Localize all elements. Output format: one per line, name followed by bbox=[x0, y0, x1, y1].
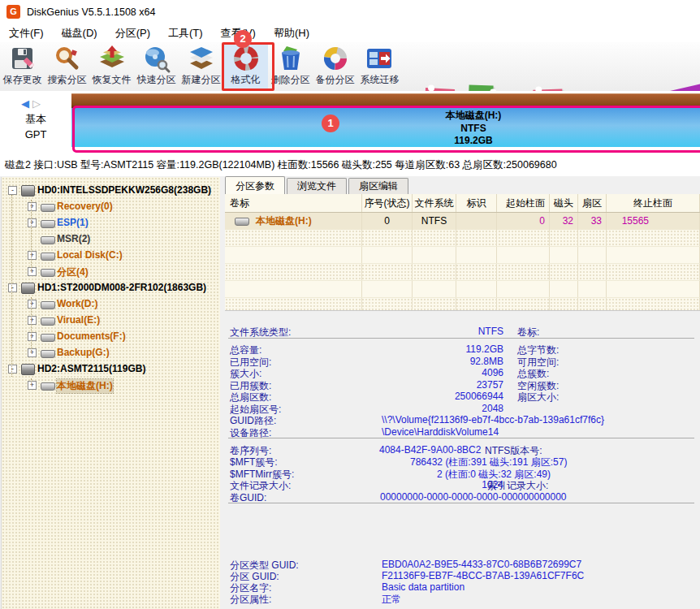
tree-item[interactable]: +ESP(1) bbox=[2, 214, 220, 231]
tree-item[interactable]: -HD0:INTELSSDPEKKW256G8(238GB) bbox=[2, 182, 220, 198]
table-empty-cell bbox=[456, 281, 497, 297]
table-empty-cell bbox=[413, 247, 456, 263]
tab-partition-params[interactable]: 分区参数 bbox=[225, 176, 285, 194]
table-empty-cell bbox=[578, 230, 607, 246]
tree-item[interactable]: +Recovery(0) bbox=[2, 198, 220, 214]
search-partition-button[interactable]: 搜索分区 bbox=[45, 43, 89, 90]
quick-partition-icon bbox=[142, 45, 171, 74]
disk-info-bar: 磁盘2 接口:USB 型号:ASMT2115 容量:119.2GB(122104… bbox=[0, 154, 700, 177]
menu-item[interactable]: 磁盘(D) bbox=[53, 26, 106, 41]
partition-icon bbox=[41, 253, 55, 261]
menu-item[interactable]: 查看(V) bbox=[212, 26, 265, 41]
collapse-toggle-icon[interactable]: - bbox=[8, 365, 17, 374]
partition-block-text: 本地磁盘(H:) NTFS 119.2GB bbox=[247, 110, 700, 148]
table-empty-row bbox=[225, 264, 700, 281]
table-empty-cell bbox=[578, 281, 607, 297]
expand-toggle-icon[interactable]: + bbox=[28, 267, 37, 276]
table-empty-cell bbox=[413, 298, 456, 310]
table-empty-cell bbox=[456, 298, 497, 310]
menu-item[interactable]: 分区(P) bbox=[106, 26, 159, 41]
new-partition-button[interactable]: 新建分区 bbox=[179, 43, 223, 90]
column-header: 扇区 bbox=[578, 194, 607, 212]
format-button[interactable]: 格式化 bbox=[223, 43, 268, 90]
partition-icon bbox=[41, 269, 55, 277]
menu-item[interactable]: 文件(F) bbox=[0, 26, 53, 41]
detail-value: \\?\Volume{f21136f9-eb7f-4bcc-b7ab-139a6… bbox=[382, 414, 604, 425]
save-icon bbox=[8, 45, 37, 74]
window-title: DiskGenius V5.5.1.1508 x64 bbox=[27, 0, 155, 24]
expand-toggle-icon[interactable]: + bbox=[28, 316, 37, 325]
table-empty-cell bbox=[362, 247, 413, 263]
disk-icon bbox=[21, 185, 35, 197]
detail-value: EBD0A0A2-B9E5-4433-87C0-68B6B72699C7 bbox=[382, 559, 581, 570]
tree-item[interactable]: MSR(2) bbox=[2, 231, 220, 247]
tab-sector-edit[interactable]: 扇区编辑 bbox=[348, 178, 408, 194]
partition-table-type-label: GPT bbox=[0, 128, 71, 140]
collapse-toggle-icon[interactable]: - bbox=[8, 186, 17, 195]
expand-toggle-icon[interactable]: + bbox=[28, 332, 37, 341]
tree-item-label: ESP(1) bbox=[57, 217, 89, 228]
tree-item[interactable]: +分区(4) bbox=[2, 263, 220, 279]
back-arrow-icon[interactable]: ◀ bbox=[21, 97, 32, 110]
tree-item-label: HD0:INTELSSDPEKKW256G8(238GB) bbox=[37, 184, 211, 196]
forward-arrow-icon[interactable]: ▷ bbox=[32, 97, 44, 110]
app-logo-icon: G bbox=[6, 5, 20, 19]
tree-item[interactable]: -HD2:ASMT2115(119GB) bbox=[2, 361, 220, 377]
table-cell: 33 bbox=[578, 213, 607, 230]
detail-value: 92.8MB bbox=[339, 356, 503, 367]
backup-partition-icon bbox=[321, 45, 350, 74]
table-cell: 本地磁盘(H:) bbox=[225, 213, 362, 230]
detail-value: 23757 bbox=[339, 379, 503, 391]
new-partition-icon bbox=[187, 45, 216, 74]
toolbar: 保存更改 搜索分区 恢复文件 快速分区 新建分区 bbox=[0, 42, 700, 92]
disk-header-strip[interactable] bbox=[71, 93, 700, 109]
title-bar: G DiskGenius V5.5.1.1508 x64 bbox=[0, 0, 700, 24]
backup-partition-button[interactable]: 备份分区 bbox=[313, 43, 357, 90]
tree-item-label: Documents(F:) bbox=[57, 330, 126, 342]
column-header: 终止柱面 bbox=[607, 194, 700, 212]
table-empty-cell bbox=[225, 247, 362, 263]
disk-nav-arrows[interactable]: ◀▷ bbox=[21, 97, 44, 110]
tree-item[interactable]: -HD1:ST2000DM008-2FR102(1863GB) bbox=[2, 279, 220, 296]
expand-toggle-icon[interactable]: + bbox=[28, 381, 37, 390]
detail-value: 4096 bbox=[339, 367, 503, 378]
tree-guide-line bbox=[31, 378, 32, 385]
tree-item-label: HD1:ST2000DM008-2FR102(1863GB) bbox=[37, 282, 206, 293]
tree-item[interactable]: +Local Disk(C:) bbox=[2, 247, 220, 263]
save-changes-button[interactable]: 保存更改 bbox=[0, 43, 45, 90]
toolbar-button-label: 恢复文件 bbox=[89, 74, 134, 85]
table-empty-cell bbox=[497, 281, 550, 297]
table-empty-cell bbox=[550, 230, 578, 246]
table-empty-cell bbox=[497, 230, 550, 246]
partition-size: 119.2GB bbox=[247, 135, 700, 148]
collapse-toggle-icon[interactable]: - bbox=[8, 283, 17, 292]
expand-toggle-icon[interactable]: + bbox=[28, 348, 37, 357]
recover-files-button[interactable]: 恢复文件 bbox=[89, 43, 134, 90]
menu-item[interactable]: 工具(T) bbox=[159, 26, 212, 41]
tab-browse-files[interactable]: 浏览文件 bbox=[287, 178, 347, 194]
quick-partition-button[interactable]: 快速分区 bbox=[134, 43, 179, 90]
table-empty-cell bbox=[362, 264, 413, 280]
expand-toggle-icon[interactable]: + bbox=[28, 218, 37, 227]
menu-item[interactable]: 帮助(H) bbox=[265, 26, 318, 41]
table-empty-cell bbox=[362, 230, 413, 246]
partition-table: 卷标序号(状态)文件系统标识起始柱面磁头扇区终止柱面本地磁盘(H:)0NTFS0… bbox=[225, 194, 700, 310]
tree-item[interactable]: +Virual(E:) bbox=[2, 312, 220, 328]
delete-partition-button[interactable]: 删除分区 bbox=[268, 43, 313, 90]
partition-icon bbox=[235, 218, 249, 226]
tree-item[interactable]: +本地磁盘(H:) bbox=[2, 377, 220, 393]
tree-item[interactable]: +Backup(G:) bbox=[2, 344, 220, 361]
table-row[interactable]: 本地磁盘(H:)0NTFS0323315565 bbox=[225, 213, 700, 230]
column-header: 文件系统 bbox=[413, 194, 456, 212]
tree-item[interactable]: +Work(D:) bbox=[2, 296, 220, 312]
expand-toggle-icon[interactable]: + bbox=[28, 202, 37, 211]
partition-icon bbox=[41, 334, 55, 342]
tree-item-label: Work(D:) bbox=[57, 298, 97, 309]
tree-item-label: Recovery(0) bbox=[57, 201, 113, 212]
partition-icon bbox=[41, 236, 55, 244]
expand-toggle-icon[interactable]: + bbox=[28, 251, 37, 260]
column-header: 卷标 bbox=[225, 194, 362, 212]
system-migration-button[interactable]: 系统迁移 bbox=[357, 43, 402, 90]
tree-item[interactable]: +Documents(F:) bbox=[2, 328, 220, 344]
expand-toggle-icon[interactable]: + bbox=[28, 300, 37, 309]
